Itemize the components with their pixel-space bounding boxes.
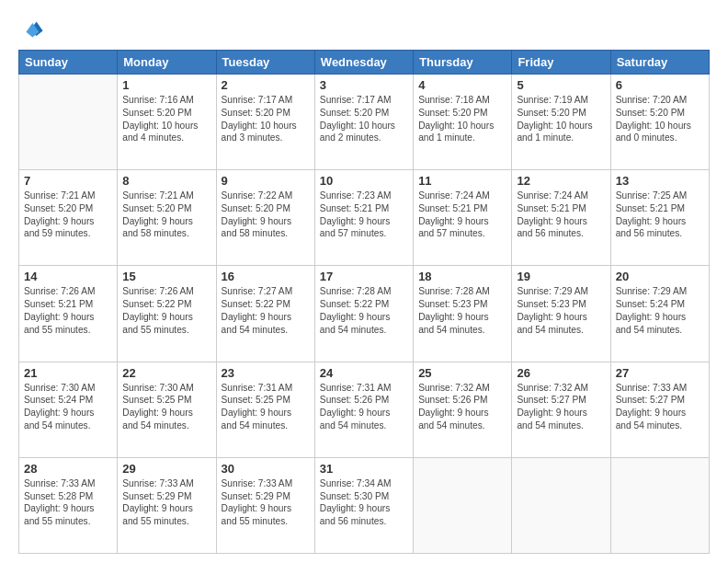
calendar-cell: 20Sunrise: 7:29 AM Sunset: 5:24 PM Dayli… — [610, 266, 709, 362]
cell-text: Sunrise: 7:21 AM Sunset: 5:20 PM Dayligh… — [122, 190, 210, 240]
day-number: 11 — [418, 174, 506, 188]
day-number: 16 — [222, 270, 310, 283]
calendar-cell: 9Sunrise: 7:22 AM Sunset: 5:20 PM Daylig… — [216, 170, 314, 266]
day-number: 17 — [320, 270, 408, 283]
day-number: 19 — [517, 270, 605, 283]
day-number: 28 — [24, 462, 112, 476]
cell-text: Sunrise: 7:19 AM Sunset: 5:20 PM Dayligh… — [517, 94, 605, 144]
calendar-cell: 25Sunrise: 7:32 AM Sunset: 5:26 PM Dayli… — [414, 362, 512, 457]
day-number: 10 — [320, 174, 408, 188]
day-number: 12 — [517, 174, 605, 188]
day-number: 8 — [122, 174, 210, 188]
calendar-cell — [610, 457, 709, 553]
calendar-cell: 11Sunrise: 7:24 AM Sunset: 5:21 PM Dayli… — [414, 170, 512, 266]
day-number: 24 — [320, 366, 408, 380]
header — [18, 17, 710, 42]
logo — [18, 17, 46, 42]
logo-icon — [18, 17, 44, 42]
day-number: 26 — [517, 366, 605, 380]
day-number: 21 — [24, 366, 112, 380]
calendar-cell: 24Sunrise: 7:31 AM Sunset: 5:26 PM Dayli… — [314, 362, 413, 457]
header-cell-tuesday: Tuesday — [216, 51, 314, 75]
cell-text: Sunrise: 7:17 AM Sunset: 5:20 PM Dayligh… — [320, 94, 408, 144]
week-row: 21Sunrise: 7:30 AM Sunset: 5:24 PM Dayli… — [19, 362, 710, 457]
calendar-cell: 19Sunrise: 7:29 AM Sunset: 5:23 PM Dayli… — [512, 266, 610, 362]
header-cell-sunday: Sunday — [19, 51, 118, 75]
calendar-cell: 12Sunrise: 7:24 AM Sunset: 5:21 PM Dayli… — [512, 170, 610, 266]
cell-text: Sunrise: 7:23 AM Sunset: 5:21 PM Dayligh… — [320, 190, 408, 240]
calendar-cell: 1Sunrise: 7:16 AM Sunset: 5:20 PM Daylig… — [118, 75, 216, 170]
cell-text: Sunrise: 7:17 AM Sunset: 5:20 PM Dayligh… — [222, 94, 310, 144]
day-number: 9 — [222, 174, 310, 188]
cell-text: Sunrise: 7:26 AM Sunset: 5:21 PM Dayligh… — [24, 285, 112, 336]
cell-text: Sunrise: 7:24 AM Sunset: 5:21 PM Dayligh… — [418, 190, 506, 240]
cell-text: Sunrise: 7:34 AM Sunset: 5:30 PM Dayligh… — [320, 477, 408, 528]
cell-text: Sunrise: 7:30 AM Sunset: 5:24 PM Dayligh… — [24, 382, 112, 432]
week-row: 1Sunrise: 7:16 AM Sunset: 5:20 PM Daylig… — [19, 75, 710, 170]
cell-text: Sunrise: 7:18 AM Sunset: 5:20 PM Dayligh… — [418, 94, 506, 144]
calendar-cell: 2Sunrise: 7:17 AM Sunset: 5:20 PM Daylig… — [216, 75, 314, 170]
calendar-cell: 28Sunrise: 7:33 AM Sunset: 5:28 PM Dayli… — [19, 457, 118, 553]
calendar-cell — [512, 457, 610, 553]
day-number: 31 — [320, 462, 408, 476]
cell-text: Sunrise: 7:33 AM Sunset: 5:28 PM Dayligh… — [24, 477, 112, 528]
calendar-cell: 31Sunrise: 7:34 AM Sunset: 5:30 PM Dayli… — [314, 457, 413, 553]
day-number: 13 — [616, 174, 704, 188]
day-number: 7 — [24, 174, 112, 188]
day-number: 27 — [616, 366, 704, 380]
week-row: 7Sunrise: 7:21 AM Sunset: 5:20 PM Daylig… — [19, 170, 710, 266]
cell-text: Sunrise: 7:31 AM Sunset: 5:25 PM Dayligh… — [222, 382, 310, 432]
calendar-cell: 30Sunrise: 7:33 AM Sunset: 5:29 PM Dayli… — [216, 457, 314, 553]
cell-text: Sunrise: 7:33 AM Sunset: 5:27 PM Dayligh… — [616, 382, 704, 432]
calendar-cell — [19, 75, 118, 170]
calendar-cell: 4Sunrise: 7:18 AM Sunset: 5:20 PM Daylig… — [414, 75, 512, 170]
cell-text: Sunrise: 7:33 AM Sunset: 5:29 PM Dayligh… — [122, 477, 210, 528]
cell-text: Sunrise: 7:29 AM Sunset: 5:24 PM Dayligh… — [616, 285, 704, 336]
calendar-table: SundayMondayTuesdayWednesdayThursdayFrid… — [18, 50, 710, 554]
calendar-cell: 26Sunrise: 7:32 AM Sunset: 5:27 PM Dayli… — [512, 362, 610, 457]
calendar-cell: 8Sunrise: 7:21 AM Sunset: 5:20 PM Daylig… — [118, 170, 216, 266]
header-cell-wednesday: Wednesday — [314, 51, 413, 75]
day-number: 22 — [122, 366, 210, 380]
cell-text: Sunrise: 7:24 AM Sunset: 5:21 PM Dayligh… — [517, 190, 605, 240]
day-number: 23 — [222, 366, 310, 380]
day-number: 30 — [222, 462, 310, 476]
day-number: 1 — [122, 78, 210, 92]
cell-text: Sunrise: 7:20 AM Sunset: 5:20 PM Dayligh… — [616, 94, 704, 144]
calendar-cell: 29Sunrise: 7:33 AM Sunset: 5:29 PM Dayli… — [118, 457, 216, 553]
header-cell-thursday: Thursday — [414, 51, 512, 75]
day-number: 5 — [517, 78, 605, 92]
calendar-cell: 16Sunrise: 7:27 AM Sunset: 5:22 PM Dayli… — [216, 266, 314, 362]
calendar-cell: 21Sunrise: 7:30 AM Sunset: 5:24 PM Dayli… — [19, 362, 118, 457]
calendar-cell: 23Sunrise: 7:31 AM Sunset: 5:25 PM Dayli… — [216, 362, 314, 457]
calendar-cell: 18Sunrise: 7:28 AM Sunset: 5:23 PM Dayli… — [414, 266, 512, 362]
cell-text: Sunrise: 7:27 AM Sunset: 5:22 PM Dayligh… — [222, 285, 310, 336]
day-number: 2 — [222, 78, 310, 92]
cell-text: Sunrise: 7:29 AM Sunset: 5:23 PM Dayligh… — [517, 285, 605, 336]
cell-text: Sunrise: 7:33 AM Sunset: 5:29 PM Dayligh… — [222, 477, 310, 528]
cell-text: Sunrise: 7:26 AM Sunset: 5:22 PM Dayligh… — [122, 285, 210, 336]
calendar-cell: 7Sunrise: 7:21 AM Sunset: 5:20 PM Daylig… — [19, 170, 118, 266]
cell-text: Sunrise: 7:32 AM Sunset: 5:27 PM Dayligh… — [517, 382, 605, 432]
header-cell-monday: Monday — [118, 51, 216, 75]
week-row: 28Sunrise: 7:33 AM Sunset: 5:28 PM Dayli… — [19, 457, 710, 553]
cell-text: Sunrise: 7:25 AM Sunset: 5:21 PM Dayligh… — [616, 190, 704, 240]
header-cell-saturday: Saturday — [610, 51, 709, 75]
day-number: 4 — [418, 78, 506, 92]
day-number: 14 — [24, 270, 112, 283]
day-number: 25 — [418, 366, 506, 380]
calendar-cell — [414, 457, 512, 553]
calendar-cell: 6Sunrise: 7:20 AM Sunset: 5:20 PM Daylig… — [610, 75, 709, 170]
calendar-cell: 14Sunrise: 7:26 AM Sunset: 5:21 PM Dayli… — [19, 266, 118, 362]
calendar-cell: 5Sunrise: 7:19 AM Sunset: 5:20 PM Daylig… — [512, 75, 610, 170]
calendar-cell: 17Sunrise: 7:28 AM Sunset: 5:22 PM Dayli… — [314, 266, 413, 362]
day-number: 29 — [122, 462, 210, 476]
cell-text: Sunrise: 7:32 AM Sunset: 5:26 PM Dayligh… — [418, 382, 506, 432]
cell-text: Sunrise: 7:28 AM Sunset: 5:23 PM Dayligh… — [418, 285, 506, 336]
day-number: 15 — [122, 270, 210, 283]
calendar-cell: 15Sunrise: 7:26 AM Sunset: 5:22 PM Dayli… — [118, 266, 216, 362]
cell-text: Sunrise: 7:22 AM Sunset: 5:20 PM Dayligh… — [222, 190, 310, 240]
calendar-cell: 3Sunrise: 7:17 AM Sunset: 5:20 PM Daylig… — [314, 75, 413, 170]
calendar-cell: 22Sunrise: 7:30 AM Sunset: 5:25 PM Dayli… — [118, 362, 216, 457]
day-number: 6 — [616, 78, 704, 92]
